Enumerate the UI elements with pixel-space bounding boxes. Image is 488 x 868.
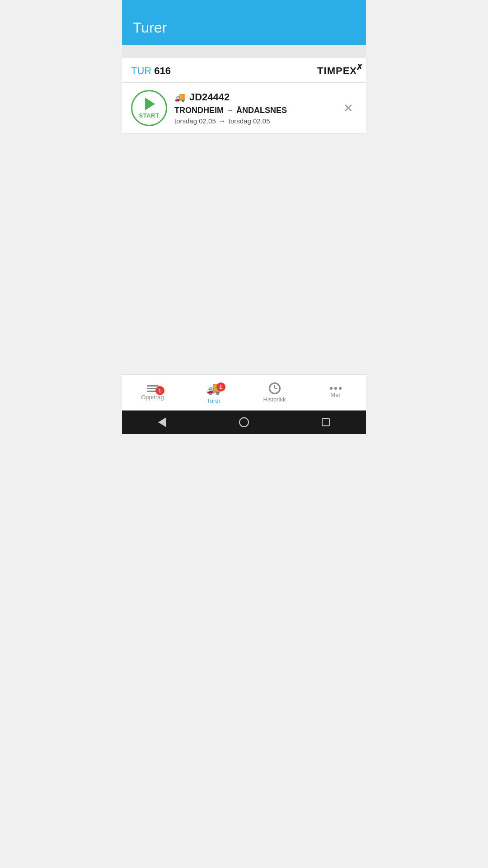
trip-id-row: 🚚 JD24442 [174,91,333,103]
route-from: TRONDHEIM [174,106,224,115]
historikk-clock-icon [269,382,281,394]
trip-card: START 🚚 JD24442 TRONDHEIM → ÅNDALSNES to… [122,83,366,134]
tur-number-text: 616 [154,65,171,76]
recents-square-icon [322,418,330,426]
trip-route: TRONDHEIM → ÅNDALSNES [174,106,333,115]
trip-dates: torsdag 02.05 → torsdag 02.05 [174,117,333,125]
android-home-button[interactable] [239,417,249,427]
turer-label: Turer [206,397,221,404]
sub-header-divider [122,45,366,58]
content-area: TUR 616 TIMPEX START 🚚 JD24442 TRONDHEIM… [122,58,366,418]
close-button[interactable]: ✕ [340,98,357,119]
header: Turer [122,0,366,45]
start-button[interactable]: START [131,90,167,126]
oppdrag-badge: 1 [155,386,164,395]
turer-badge: 1 [216,382,225,392]
android-recents-button[interactable] [322,418,330,426]
truck-icon: 🚚 [174,92,186,103]
page-title: Turer [133,19,167,36]
route-to: ÅNDALSNES [236,106,287,115]
tur-prefix-text: TUR [131,65,151,76]
trip-info: 🚚 JD24442 TRONDHEIM → ÅNDALSNES torsdag … [174,91,333,125]
android-navigation-bar [122,410,366,434]
play-icon [145,98,155,110]
tour-header-row: TUR 616 TIMPEX [122,58,366,83]
mer-more-icon [330,387,342,390]
nav-item-oppdrag[interactable]: 1 Oppdrag [122,382,183,404]
brand-logo: TIMPEX [317,65,357,77]
bottom-navigation: 1 Oppdrag 🚚 1 Turer Historikk Mer [122,374,366,410]
mer-label: Mer [330,392,340,398]
route-arrow: → [226,106,234,114]
nav-item-historikk[interactable]: Historikk [244,379,305,406]
trip-id: JD24442 [189,91,230,103]
android-back-button[interactable] [158,417,166,427]
nav-item-turer[interactable]: 🚚 1 Turer [183,378,244,408]
historikk-label: Historikk [263,396,286,403]
date-from: torsdag 02.05 [174,117,216,125]
start-label: START [139,112,160,119]
nav-item-mer[interactable]: Mer [305,383,366,402]
home-circle-icon [239,417,249,427]
date-to: torsdag 02.05 [229,117,270,125]
tour-label: TUR 616 [131,65,171,77]
date-arrow: → [219,117,226,125]
back-triangle-icon [158,417,166,427]
